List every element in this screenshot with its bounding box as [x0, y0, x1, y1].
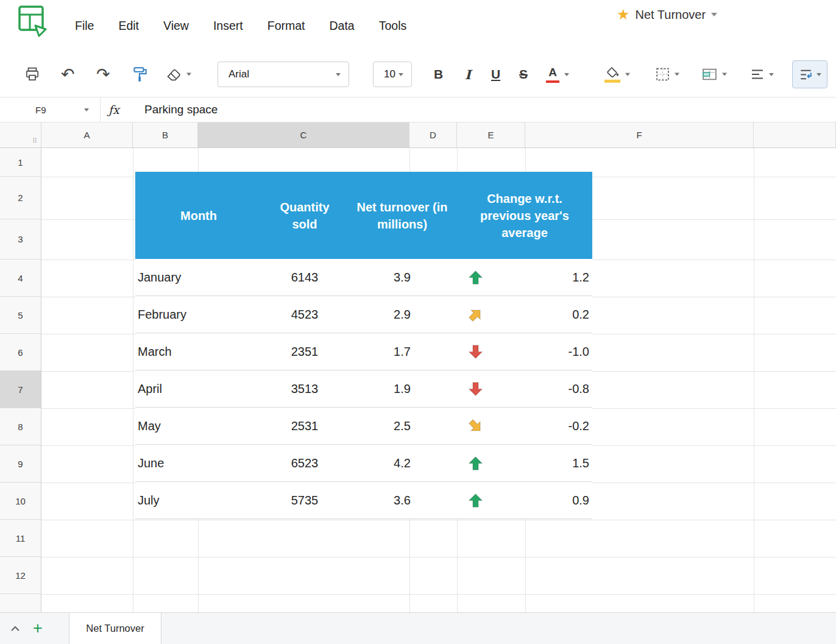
chevron-down-icon[interactable]: [722, 73, 727, 76]
app-logo-icon[interactable]: [17, 4, 48, 37]
cell-month[interactable]: May: [135, 419, 262, 433]
cell-month[interactable]: July: [135, 494, 262, 508]
row-header-5[interactable]: 5: [0, 297, 41, 334]
header-change[interactable]: Change w.r.t. previous year's average: [457, 172, 592, 259]
chevron-down-icon[interactable]: [711, 13, 717, 16]
cell-turnover[interactable]: 1.9: [347, 382, 457, 396]
favorite-star-icon[interactable]: ★: [617, 7, 630, 22]
chevron-down-icon[interactable]: [186, 73, 191, 76]
font-size-select[interactable]: 10: [373, 62, 412, 87]
menu-insert[interactable]: Insert: [213, 19, 243, 33]
menu-view[interactable]: View: [163, 19, 189, 33]
header-month[interactable]: Month: [135, 172, 262, 259]
table-row[interactable]: July 5735 3.6 0.9: [135, 482, 592, 519]
col-header-a[interactable]: A: [41, 122, 133, 147]
cell-quantity[interactable]: 6143: [262, 271, 347, 285]
cell-trend[interactable]: [457, 344, 494, 360]
table-row[interactable]: January 6143 3.9 1.2: [135, 259, 592, 296]
cell-change[interactable]: -0.8: [494, 382, 592, 396]
cell-turnover[interactable]: 1.7: [347, 345, 457, 359]
add-sheet-button[interactable]: +: [33, 613, 43, 644]
row-header-4[interactable]: 4: [0, 260, 41, 297]
header-turnover[interactable]: Net turnover (in millions): [347, 172, 457, 259]
row-header-10[interactable]: 10: [0, 483, 41, 520]
row-header-3[interactable]: 3: [0, 219, 41, 260]
row-header-11[interactable]: 11: [0, 520, 41, 557]
select-all-corner[interactable]: ⠿: [0, 122, 41, 147]
col-header-overflow[interactable]: [754, 122, 836, 147]
table-row[interactable]: May 2531 2.5 -0.2: [135, 408, 592, 445]
cell-turnover[interactable]: 2.5: [347, 419, 457, 433]
cell-quantity[interactable]: 4523: [262, 308, 347, 322]
redo-button[interactable]: ↷: [96, 66, 110, 83]
cell-change[interactable]: 1.5: [494, 456, 592, 470]
sheet-tab-net-turnover[interactable]: Net Turnover: [69, 613, 161, 644]
cell-change[interactable]: 0.2: [494, 308, 592, 322]
cell-month[interactable]: June: [135, 456, 262, 470]
fx-icon[interactable]: ƒx: [108, 97, 119, 122]
header-quantity[interactable]: Quantity sold: [262, 172, 347, 259]
row-header-1[interactable]: 1: [0, 148, 41, 177]
cell-change[interactable]: -1.0: [494, 345, 592, 359]
undo-button[interactable]: ↶: [61, 66, 75, 83]
cell-quantity[interactable]: 5735: [262, 494, 347, 508]
menu-file[interactable]: File: [75, 19, 94, 33]
chevron-down-icon[interactable]: [564, 73, 569, 76]
formula-input[interactable]: Parking space: [144, 97, 218, 122]
cell-quantity[interactable]: 2351: [262, 345, 347, 359]
cell-quantity[interactable]: 3513: [262, 382, 347, 396]
cell-trend[interactable]: [457, 492, 494, 509]
cell-month[interactable]: April: [135, 382, 262, 396]
row-header-8[interactable]: 8: [0, 408, 41, 445]
row-header-6[interactable]: 6: [0, 334, 41, 371]
cell-trend[interactable]: [457, 306, 494, 323]
name-box[interactable]: F9: [0, 97, 101, 122]
col-header-d[interactable]: D: [409, 122, 457, 147]
table-row[interactable]: March 2351 1.7 -1.0: [135, 333, 592, 370]
col-header-b[interactable]: B: [133, 122, 198, 147]
collapse-tabbar-button[interactable]: [10, 613, 21, 644]
cell-turnover[interactable]: 4.2: [347, 456, 457, 470]
merge-cells-button[interactable]: [702, 68, 727, 82]
font-family-select[interactable]: Arial: [218, 62, 349, 87]
row-header-12[interactable]: 12: [0, 557, 41, 594]
cell-trend[interactable]: [457, 418, 494, 434]
col-header-f[interactable]: F: [525, 122, 754, 147]
menu-format[interactable]: Format: [267, 19, 305, 33]
cell-quantity[interactable]: 6523: [262, 456, 347, 470]
cell-turnover[interactable]: 3.6: [347, 494, 457, 508]
chevron-down-icon[interactable]: [817, 73, 821, 76]
col-header-c[interactable]: C: [198, 122, 409, 147]
cell-month[interactable]: February: [135, 308, 262, 322]
cell-trend[interactable]: [457, 269, 494, 286]
underline-button[interactable]: U: [491, 67, 500, 82]
col-header-e[interactable]: E: [457, 122, 525, 147]
format-painter-button[interactable]: [132, 66, 149, 83]
italic-button[interactable]: I: [465, 67, 471, 82]
row-header-2[interactable]: 2: [0, 177, 41, 219]
eraser-button[interactable]: [166, 67, 191, 82]
cell-change[interactable]: 0.9: [494, 494, 592, 508]
chevron-down-icon[interactable]: [675, 73, 679, 76]
cell-turnover[interactable]: 2.9: [347, 308, 457, 322]
table-row[interactable]: June 6523 4.2 1.5: [135, 445, 592, 482]
chevron-down-icon[interactable]: [769, 73, 774, 76]
cell-trend[interactable]: [457, 455, 494, 472]
bold-button[interactable]: B: [434, 67, 443, 82]
chevron-down-icon[interactable]: [625, 73, 630, 76]
cell-trend[interactable]: [457, 381, 494, 397]
table-row[interactable]: February 4523 2.9 0.2: [135, 296, 592, 333]
menu-tools[interactable]: Tools: [379, 19, 407, 33]
menu-edit[interactable]: Edit: [118, 19, 139, 33]
table-row[interactable]: April 3513 1.9 -0.8: [135, 370, 592, 408]
menu-data[interactable]: Data: [330, 19, 355, 33]
fill-color-button[interactable]: [604, 66, 630, 83]
cell-quantity[interactable]: 2531: [262, 419, 347, 433]
row-header-9[interactable]: 9: [0, 445, 41, 483]
print-button[interactable]: [24, 66, 40, 82]
font-color-button[interactable]: A: [546, 66, 569, 83]
borders-button[interactable]: [656, 68, 679, 82]
table-header-row[interactable]: Month Quantity sold Net turnover (in mil…: [135, 172, 592, 259]
chevron-down-icon[interactable]: [84, 108, 89, 111]
cell-change[interactable]: 1.2: [494, 271, 592, 285]
